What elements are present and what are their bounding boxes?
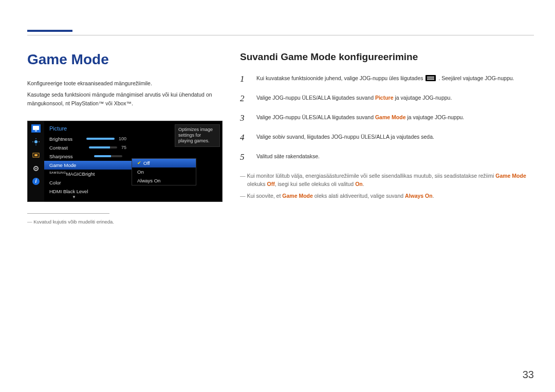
highlight: Game Mode bbox=[282, 193, 313, 199]
step-text: Valitud säte rakendatakse. bbox=[256, 152, 320, 162]
info-icon: i bbox=[32, 178, 40, 185]
intro-paragraph: Kasutage seda funktsiooni mängude mängim… bbox=[27, 90, 223, 107]
step-number: 4 bbox=[240, 133, 248, 143]
svg-rect-8 bbox=[34, 154, 38, 156]
page-content: Game Mode Konfigureerige toote ekraanise… bbox=[27, 51, 534, 225]
osd-row-sharpness: Sharpness bbox=[44, 152, 132, 161]
scroll-down-icon: ▼ bbox=[72, 195, 76, 199]
osd-screenshot: i Picture Brightness 100 Contrast 75 Sha… bbox=[27, 121, 223, 202]
footnote-left: Kuvatud kujutis võib mudeliti erineda. bbox=[27, 219, 223, 225]
chapter-accent-bar bbox=[27, 30, 72, 32]
osd-value: 75 bbox=[121, 145, 126, 150]
osd-row-color: Color bbox=[44, 178, 132, 187]
step-row: 3 Valige JOG-nuppu ÜLES/ALLA liigutades … bbox=[240, 113, 534, 123]
slider-bar bbox=[86, 138, 115, 140]
highlight: Picture bbox=[375, 95, 394, 101]
monitor-icon bbox=[31, 124, 41, 133]
intro-paragraph: Konfigureerige toote ekraaniseaded mängu… bbox=[27, 79, 223, 87]
step-text: Kui kuvatakse funktsioonide juhend, vali… bbox=[256, 74, 514, 84]
step-row: 2 Valige JOG-nuppu ÜLES/ALLA liigutades … bbox=[240, 94, 534, 104]
right-column: Suvandi Game Mode konfigureerimine 1 Kui… bbox=[240, 51, 534, 225]
highlight: Game Mode bbox=[495, 173, 526, 179]
slider-bar bbox=[89, 146, 117, 148]
svg-rect-1 bbox=[35, 130, 37, 132]
magicbright-label: MAGICBright bbox=[66, 171, 95, 177]
osd-row-magicbright: SAMSUNGMAGICBright bbox=[44, 170, 132, 178]
svg-rect-14 bbox=[427, 79, 434, 80]
osd-row-label: Color bbox=[49, 180, 61, 185]
text-fragment: . Seejärel vajutage JOG-nuppu. bbox=[438, 75, 514, 81]
slider-bar bbox=[94, 155, 122, 157]
section-subtitle: Suvandi Game Mode konfigureerimine bbox=[240, 51, 534, 63]
osd-submenu-on: On bbox=[132, 167, 196, 176]
highlight: On bbox=[355, 181, 363, 187]
step-text: Valige JOG-nuppu ÜLES/ALLA liigutades su… bbox=[256, 94, 452, 104]
step-number: 5 bbox=[240, 152, 248, 162]
svg-rect-13 bbox=[427, 78, 434, 79]
brightness-icon bbox=[31, 138, 41, 146]
svg-point-10 bbox=[35, 167, 37, 169]
menu-icon bbox=[425, 75, 436, 81]
osd-submenu: ✔ Off On Always On bbox=[132, 158, 196, 185]
gear-icon bbox=[31, 164, 41, 173]
osd-row-brightness: Brightness 100 bbox=[44, 135, 132, 143]
osd-icon-rail: i bbox=[28, 121, 44, 201]
osd-row-label: Contrast bbox=[49, 145, 68, 151]
svg-rect-0 bbox=[33, 126, 39, 130]
page-top-rule bbox=[27, 35, 534, 35]
osd-submenu-always-on: Always On bbox=[132, 176, 196, 185]
osd-submenu-off: ✔ Off bbox=[132, 159, 196, 167]
note: Kui soovite, et Game Mode oleks alati ak… bbox=[240, 192, 534, 200]
step-text: Valige sobiv suvand, liigutades JOG-nupp… bbox=[256, 133, 434, 143]
osd-section-title: Picture bbox=[44, 124, 132, 135]
text-fragment: Kui kuvatakse funktsioonide juhend, vali… bbox=[256, 75, 424, 81]
step-text: Valige JOG-nuppu ÜLES/ALLA liigutades su… bbox=[256, 113, 464, 123]
highlight: Off bbox=[267, 181, 275, 187]
osd-value: 100 bbox=[119, 136, 126, 141]
highlight: Game Mode bbox=[375, 114, 406, 120]
step-number: 1 bbox=[240, 74, 248, 84]
page-number: 33 bbox=[523, 369, 534, 381]
highlight: Always On bbox=[405, 193, 433, 199]
step-row: 1 Kui kuvatakse funktsioonide juhend, va… bbox=[240, 74, 534, 84]
osd-row-label: HDMI Black Level bbox=[49, 189, 88, 194]
osd-row-label: SAMSUNGMAGICBright bbox=[49, 171, 95, 177]
footnote-rule bbox=[27, 213, 109, 214]
osd-row-contrast: Contrast 75 bbox=[44, 143, 132, 152]
submenu-label: On bbox=[137, 169, 144, 175]
step-number: 2 bbox=[240, 94, 248, 104]
step-row: 4 Valige sobiv suvand, liigutades JOG-nu… bbox=[240, 133, 534, 143]
osd-row-label: Sharpness bbox=[49, 154, 72, 159]
resize-icon bbox=[31, 151, 41, 159]
submenu-label: Always On bbox=[137, 178, 160, 183]
submenu-label: Off bbox=[143, 160, 150, 166]
osd-main-menu: Picture Brightness 100 Contrast 75 Sharp… bbox=[44, 121, 132, 201]
check-icon: ✔ bbox=[137, 160, 141, 165]
note: Kui monitor lülitub välja, energiasäästu… bbox=[240, 172, 534, 189]
svg-rect-12 bbox=[427, 77, 434, 77]
svg-point-2 bbox=[34, 140, 38, 143]
osd-row-gamemode: Game Mode bbox=[44, 161, 132, 170]
osd-row-label: Brightness bbox=[49, 136, 72, 142]
left-column: Game Mode Konfigureerige toote ekraanise… bbox=[27, 51, 223, 225]
osd-row-label: Game Mode bbox=[49, 162, 76, 168]
step-row: 5 Valitud säte rakendatakse. bbox=[240, 152, 534, 162]
superscript: SAMSUNG bbox=[49, 171, 66, 174]
osd-tooltip: Optimizes image settings for playing gam… bbox=[175, 124, 220, 147]
osd-row-hdmi-black: HDMI Black Level bbox=[44, 187, 132, 196]
step-number: 3 bbox=[240, 113, 248, 123]
page-title: Game Mode bbox=[27, 51, 223, 68]
